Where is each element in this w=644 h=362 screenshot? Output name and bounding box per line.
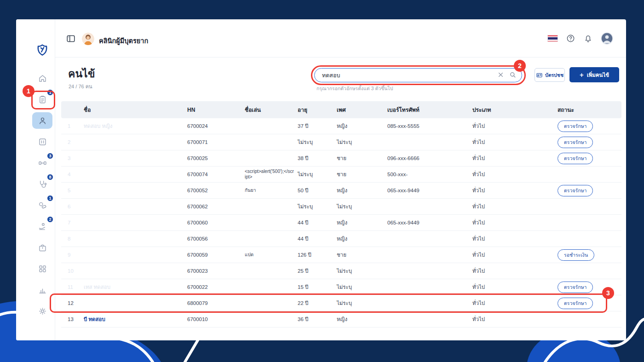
user-avatar[interactable] — [601, 32, 613, 45]
sidebar-item-home[interactable] — [32, 70, 52, 86]
cell-hn: 6700071 — [185, 139, 243, 145]
cell-gender: ไม่ระบุ — [335, 299, 385, 307]
sidebar-item-package[interactable] — [32, 239, 52, 256]
cell-name: ทดสอบ หญิง — [82, 122, 185, 130]
cell-row-number: 3 — [61, 155, 82, 161]
search-input[interactable] — [314, 68, 522, 82]
cell-nickname: กันยา — [243, 188, 296, 194]
id-card-button[interactable]: บัตรปชช — [535, 68, 565, 82]
table-row[interactable]: 3670002538 ปีชาย096-xxx-6666ทั่วไปตรวจรั… — [61, 150, 621, 167]
cell-age: 15 ปี — [296, 283, 335, 291]
notifications-bell-icon[interactable] — [583, 34, 593, 43]
table-row[interactable]: 10670002325 ปีไม่ระบุทั่วไป — [61, 263, 621, 279]
patient-table: ชื่อHNชื่อเล่นอายุเพศเบอร์โทรศัพท์ประเภท… — [61, 101, 621, 328]
cell-status: ตรวจรักษา — [556, 121, 621, 132]
table-row[interactable]: 8670005644 ปีหญิงทั่วไป — [61, 231, 621, 247]
sidebar-collapse-icon[interactable] — [66, 34, 76, 44]
id-card-button-label: บัตรปชช — [545, 71, 564, 79]
cell-age: 36 ปี — [296, 315, 335, 323]
sidebar-item-hand-coin[interactable]: 2 — [32, 218, 52, 235]
cell-type: ทั่วไป — [471, 138, 556, 146]
table-row[interactable]: 46700074<script>alert('500');</script>ไม… — [61, 167, 621, 183]
table-row[interactable]: 12680007922 ปีไม่ระบุทั่วไปตรวจรักษา — [61, 295, 621, 311]
cell-type: ทั่วไป — [471, 299, 556, 307]
cell-row-number: 13 — [61, 316, 82, 322]
table-row[interactable]: 26700071ไม่ระบุไม่ระบุทั่วไปตรวจรักษา — [61, 134, 621, 150]
notification-badge: 2 — [47, 216, 53, 223]
topbar: คลินิกผู้มีบุตรยาก — [55, 19, 626, 57]
table-row[interactable]: 7670006044 ปีหญิง065-xxx-9449ทั่วไป — [61, 215, 621, 231]
cell-phone: 085-xxx-5555 — [385, 123, 471, 129]
cell-type: ทั่วไป — [471, 218, 556, 227]
pills-icon — [38, 201, 47, 210]
help-icon[interactable] — [566, 34, 575, 43]
cell-row-number: 9 — [61, 252, 82, 258]
table-row[interactable]: 1ทดสอบ หญิง670002437 ปีหญิง085-xxx-5555ท… — [61, 118, 621, 134]
cell-type: ทั่วไป — [471, 235, 556, 243]
topbar-actions — [547, 32, 613, 45]
cell-row-number: 10 — [61, 268, 82, 274]
cell-name[interactable]: บี ทดสอบ — [82, 315, 185, 323]
sidebar-item-stethoscope[interactable]: 8 — [32, 176, 52, 192]
table-row[interactable]: 13บี ทดสอบ670001036 ปีหญิงทั่วไป — [61, 311, 621, 328]
cell-type: ทั่วไป — [471, 202, 556, 211]
sidebar-item-queue[interactable] — [32, 133, 52, 150]
clear-search-icon[interactable] — [497, 71, 505, 79]
cell-age: 38 ปี — [296, 154, 335, 162]
cell-hn: 6700052 — [185, 188, 243, 193]
language-thai-flag-icon[interactable] — [547, 35, 558, 42]
cell-age: 126 ปี — [296, 251, 335, 259]
cell-hn: 6700010 — [185, 316, 243, 322]
cell-gender: ไม่ระบุ — [335, 138, 385, 146]
column-header-7: สถานะ — [556, 105, 621, 114]
patient-count: 24 / 76 คน — [69, 82, 92, 91]
sidebar-item-clipboard[interactable]: 1 — [32, 91, 52, 108]
sidebar-item-pills[interactable]: 1 — [32, 197, 52, 213]
cell-gender: หญิง — [335, 235, 385, 243]
clinic-avatar — [82, 33, 94, 45]
cell-gender: ชาย — [335, 154, 385, 162]
search-icon[interactable] — [509, 71, 517, 79]
add-patient-button-label: เพิ่มคนไข้ — [587, 71, 609, 79]
cell-row-number: 12 — [61, 300, 82, 306]
cell-hn: 6700062 — [185, 204, 243, 209]
column-header-6: ประเภท — [471, 105, 556, 114]
cell-age: 44 ปี — [296, 218, 335, 227]
id-card-icon — [536, 72, 543, 79]
cell-gender: หญิง — [335, 186, 385, 195]
cell-age: ไม่ระบุ — [296, 138, 335, 146]
cell-type: ทั่วไป — [471, 251, 556, 259]
table-row[interactable]: 66700062ไม่ระบุไม่ระบุทั่วไป — [61, 199, 621, 215]
page-title: คนไข้ — [68, 65, 95, 82]
home-icon — [38, 74, 47, 83]
cell-status: ตรวจรักษา — [556, 185, 621, 196]
sidebar-item-gear[interactable] — [32, 303, 52, 319]
cell-type: ทั่วไป — [471, 186, 556, 195]
cell-row-number: 11 — [61, 284, 82, 290]
sidebar-item-bed[interactable]: 3 — [32, 155, 52, 171]
cell-row-number: 4 — [61, 172, 82, 177]
cell-phone: 065-xxx-9449 — [385, 220, 471, 225]
cell-hn: 6700074 — [185, 172, 243, 177]
cell-row-number: 6 — [61, 204, 82, 209]
add-patient-button[interactable]: + เพิ่มคนไข้ — [569, 67, 619, 82]
cell-type: ทั่วไป — [471, 170, 556, 178]
cell-hn: 6700025 — [185, 155, 243, 161]
sidebar-item-person[interactable] — [32, 112, 52, 129]
table-row[interactable]: 11เทส ทดสอบ670002215 ปีไม่ระบุทั่วไปตรวจ… — [61, 279, 621, 295]
cell-gender: ชาย — [335, 251, 385, 259]
notification-badge: 3 — [47, 153, 53, 159]
cell-age: 50 ปี — [296, 186, 335, 195]
sidebar-item-bar-chart[interactable] — [32, 282, 52, 298]
table-row[interactable]: 96700059แปด126 ปีชายทั่วไปรอชำระเงิน — [61, 247, 621, 263]
cell-hn: 6800079 — [185, 300, 243, 306]
cell-gender: ไม่ระบุ — [335, 267, 385, 275]
person-icon — [38, 116, 47, 126]
sidebar-item-grid[interactable] — [32, 260, 52, 277]
search-helper-text: กรุณากรอกตัวอักษรตั้งแต่ 3 ตัวขึ้นไป — [316, 85, 393, 92]
cell-hn: 6700024 — [185, 123, 243, 129]
cell-gender: ชาย — [335, 170, 385, 178]
cell-gender: หญิง — [335, 122, 385, 130]
clinic-name: คลินิกผู้มีบุตรยาก — [99, 35, 148, 46]
table-row[interactable]: 56700052กันยา50 ปีหญิง065-xxx-9449ทั่วไป… — [61, 183, 621, 199]
